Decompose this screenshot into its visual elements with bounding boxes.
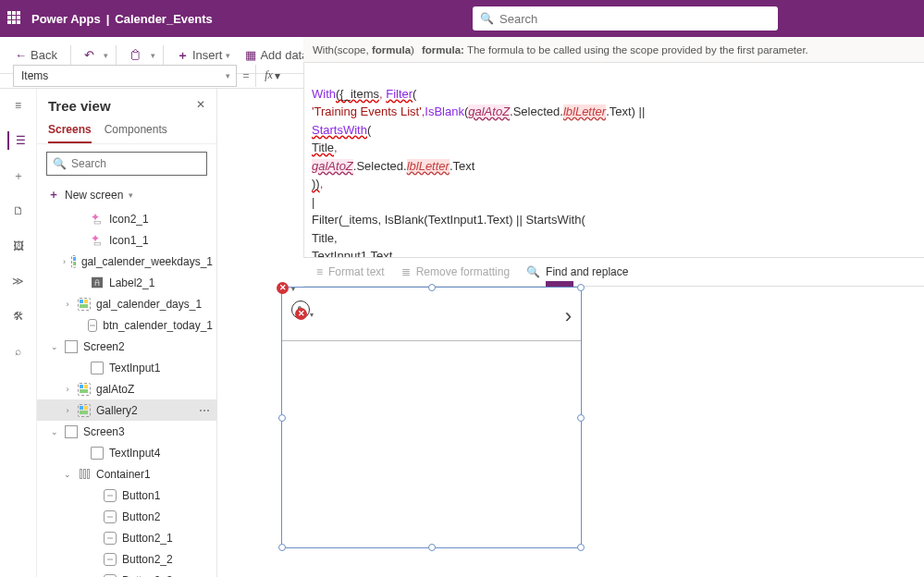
tree-item-gallery2[interactable]: ›Gallery2⋯ — [37, 399, 216, 421]
error-chevron-icon[interactable]: ▾ — [291, 285, 295, 293]
property-selected: Items — [21, 69, 48, 82]
tree-search[interactable]: 🔍 — [46, 152, 207, 176]
insert-label: Insert — [192, 48, 223, 62]
paste-chevron-icon[interactable]: ▾ — [151, 51, 155, 60]
rail-media-icon[interactable]: 🖼 — [7, 237, 30, 255]
global-search[interactable]: 🔍 — [473, 6, 778, 31]
global-search-input[interactable] — [499, 12, 770, 26]
error-badge-icon[interactable]: ✕ — [277, 282, 289, 294]
resize-handle[interactable] — [577, 544, 585, 551]
search-icon: 🔍 — [53, 157, 67, 170]
rail-tree-icon[interactable]: ☰ — [7, 131, 30, 150]
tree-title: Tree view — [48, 98, 111, 114]
canvas[interactable]: › ✕ ▾ ✕ ▾ — [272, 287, 915, 568]
fx-button[interactable]: fx▾ — [255, 65, 289, 87]
tree-item-textinput4[interactable]: TextInput4 — [37, 442, 216, 463]
back-label: Back — [31, 48, 57, 62]
tree-item-button2[interactable]: Button2 — [37, 506, 216, 527]
tree-item-label2[interactable]: 🅰Label2_1 — [37, 272, 216, 293]
error-badge-icon[interactable]: ✕ — [295, 308, 307, 320]
rail-tools-icon[interactable]: 🛠 — [7, 307, 30, 325]
add-data-label: Add data — [260, 48, 308, 62]
rail-flows-icon[interactable]: ≫ — [7, 272, 30, 290]
tree-close-icon[interactable]: ✕ — [196, 98, 205, 114]
resize-handle[interactable] — [278, 544, 286, 551]
find-replace-button[interactable]: 🔍Find and replace — [526, 265, 628, 278]
resize-handle[interactable] — [577, 414, 585, 422]
resize-handle[interactable] — [428, 284, 436, 291]
resize-handle[interactable] — [577, 284, 585, 291]
formula-signature: With(scope, formula) — [313, 44, 414, 55]
resize-handle[interactable] — [278, 414, 286, 422]
error-chevron-icon[interactable]: ▾ — [310, 311, 314, 319]
selection-accent — [546, 281, 573, 287]
tree-item-more-icon[interactable]: ⋯ — [199, 404, 211, 417]
tree-search-input[interactable] — [71, 157, 201, 170]
tree-item-galatoz[interactable]: ›galAtoZ — [37, 378, 216, 399]
tree-item-textinput1[interactable]: TextInput1 — [37, 357, 216, 378]
find-icon: 🔍 — [526, 265, 540, 278]
left-rail: ≡ ☰ ＋ 🗋 🖼 ≫ 🛠 ⌕ — [0, 89, 37, 577]
title-bar: Power Apps | Calender_Events 🔍 — [0, 0, 924, 37]
tree-item-button21[interactable]: Button2_1 — [37, 527, 216, 548]
tree-view: Tree view ✕ Screens Components 🔍 ＋New sc… — [37, 89, 217, 577]
search-icon: 🔍 — [480, 12, 494, 25]
chevron-right-icon[interactable]: › — [565, 304, 572, 328]
selected-gallery[interactable]: › ✕ ▾ ✕ ▾ — [281, 287, 582, 548]
rail-data-icon[interactable]: 🗋 — [7, 202, 30, 220]
remove-formatting-button: ≣Remove formatting — [401, 265, 510, 278]
rail-search-icon[interactable]: ⌕ — [7, 342, 30, 361]
property-selector[interactable]: Items ▾ — [13, 65, 237, 87]
product-name: Power Apps — [31, 12, 101, 26]
app-name: Calender_Events — [115, 12, 213, 26]
new-screen-button[interactable]: ＋New screen▾ — [37, 183, 216, 208]
title-sep: | — [106, 12, 110, 26]
rail-insert-icon[interactable]: ＋ — [7, 166, 30, 185]
tab-screens[interactable]: Screens — [48, 117, 92, 143]
gallery-template-row[interactable]: › — [282, 288, 581, 341]
param-desc: The formula to be called using the scope… — [467, 44, 808, 55]
tree-item-galdays[interactable]: ›gal_calender_days_1 — [37, 293, 216, 314]
editor-footer: ≡Format text ≣Remove formatting 🔍Find an… — [303, 257, 924, 287]
tree-item-button22[interactable]: Button2_2 — [37, 548, 216, 570]
tab-components[interactable]: Components — [105, 117, 167, 143]
tree-item-screen3[interactable]: ⌄Screen3 — [37, 421, 216, 442]
tree-item-btntoday[interactable]: btn_calender_today_1 — [37, 314, 216, 336]
rail-hamburger-icon[interactable]: ≡ — [7, 96, 30, 115]
formula-info-bar: With(scope, formula) formula: The formul… — [303, 37, 924, 63]
resize-handle[interactable] — [428, 544, 436, 551]
tree-item-screen2[interactable]: ⌄Screen2 — [37, 336, 216, 357]
tree-item-container1[interactable]: ⌄Container1 — [37, 463, 216, 485]
undo-chevron-icon[interactable]: ▾ — [104, 51, 108, 60]
remove-format-icon: ≣ — [401, 265, 411, 278]
equals-label: = — [237, 69, 255, 82]
tree-list: Icon2_1 Icon1_1 ›gal_calender_weekdays_1… — [37, 208, 216, 577]
format-text-button: ≡Format text — [316, 265, 385, 278]
tree-item-button1[interactable]: Button1 — [37, 485, 216, 506]
waffle-icon[interactable] — [7, 11, 22, 26]
format-icon: ≡ — [316, 265, 323, 278]
formula-editor[interactable]: With({_items, Filter( 'Training Events L… — [303, 63, 924, 257]
tree-item-galweek[interactable]: ›gal_calender_weekdays_1 — [37, 251, 216, 272]
tree-item-icon2[interactable]: Icon2_1 — [37, 208, 216, 229]
tree-item-icon1[interactable]: Icon1_1 — [37, 229, 216, 251]
tree-item-button23[interactable]: Button2_3 — [37, 570, 216, 577]
chevron-down-icon: ▾ — [226, 71, 230, 80]
param-label: formula: — [422, 44, 464, 55]
